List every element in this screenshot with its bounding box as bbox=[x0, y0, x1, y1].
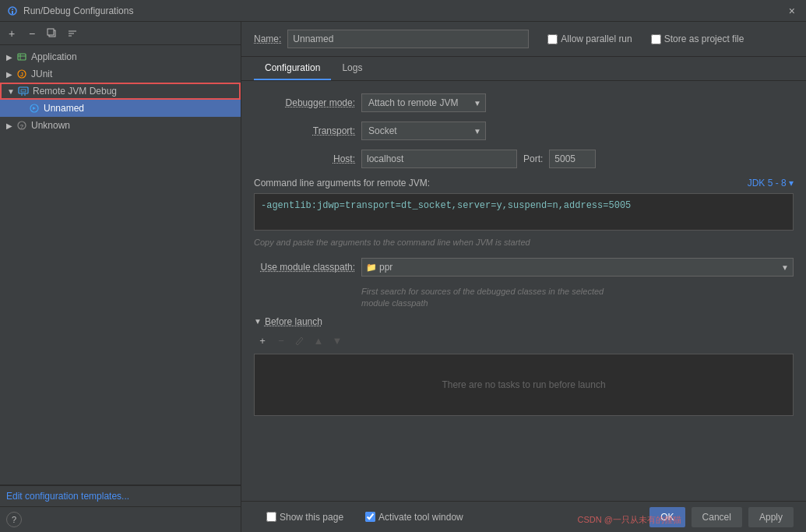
before-launch-section: ▼ Before launch + − ▲ ▼ There are no tas… bbox=[254, 316, 794, 416]
svg-rect-13 bbox=[19, 87, 28, 93]
host-input[interactable] bbox=[361, 150, 517, 168]
show-page-label[interactable]: Show this page bbox=[266, 512, 343, 523]
before-launch-content: There are no tasks to run before launch bbox=[254, 354, 794, 416]
tab-logs[interactable]: Logs bbox=[331, 57, 373, 80]
module-hint: First search for sources of the debugged… bbox=[361, 286, 794, 310]
name-input[interactable] bbox=[287, 30, 529, 48]
debugger-mode-select-wrapper: Attach to remote JVM Listen to remote JV… bbox=[361, 93, 486, 112]
activate-tool-window-checkbox[interactable] bbox=[365, 512, 375, 522]
before-launch-edit[interactable] bbox=[291, 333, 308, 349]
name-row: Name: Allow parallel run Store as projec… bbox=[241, 22, 806, 57]
jdk-link[interactable]: JDK 5 - 8 ▾ bbox=[748, 178, 794, 188]
add-config-button[interactable]: + bbox=[3, 25, 20, 42]
svg-rect-14 bbox=[21, 90, 26, 92]
module-select[interactable]: ppr bbox=[361, 258, 794, 277]
show-page-checkbox[interactable] bbox=[266, 512, 276, 522]
window-icon bbox=[6, 5, 19, 17]
transport-select[interactable]: Socket Shared memory bbox=[361, 122, 486, 140]
module-classpath-row: Use module classpath: 📁 ppr ▼ bbox=[254, 258, 794, 277]
allow-parallel-run-checkbox[interactable] bbox=[547, 34, 558, 44]
before-launch-up[interactable]: ▲ bbox=[310, 333, 327, 349]
cmd-label: Command line arguments for remote JVM: bbox=[254, 178, 430, 188]
host-port-row: Host: Port: bbox=[254, 150, 794, 168]
edit-templates-link[interactable]: Edit configuration templates... bbox=[0, 485, 241, 506]
store-as-project-file-label[interactable]: Store as project file bbox=[651, 33, 744, 44]
svg-point-1 bbox=[12, 9, 13, 10]
cancel-button[interactable]: Cancel bbox=[692, 507, 742, 527]
unnamed-label: Unnamed bbox=[44, 103, 84, 114]
config-icon bbox=[28, 102, 40, 115]
module-select-wrapper: 📁 ppr ▼ bbox=[361, 258, 794, 277]
before-launch-add[interactable]: + bbox=[254, 333, 271, 349]
left-panel: + − ▶ bbox=[0, 22, 241, 532]
before-launch-header: ▼ Before launch bbox=[254, 316, 794, 327]
tabs-bar: Configuration Logs bbox=[241, 57, 806, 81]
cmd-hint: Copy and paste the arguments to the comm… bbox=[254, 238, 794, 247]
junit-icon: J bbox=[16, 68, 28, 80]
before-launch-title: Before launch bbox=[265, 316, 322, 327]
window-title: Run/Debug Configurations bbox=[23, 5, 784, 16]
tree-arrow-unknown: ▶ bbox=[3, 119, 16, 132]
transport-label: Transport: bbox=[254, 125, 355, 136]
main-content: + − ▶ bbox=[0, 22, 806, 532]
port-input[interactable] bbox=[549, 150, 596, 168]
watermark: CSDN @一只从未有的狸猫 bbox=[578, 514, 681, 526]
before-launch-remove[interactable]: − bbox=[273, 333, 290, 349]
transport-select-wrapper: Socket Shared memory ▼ bbox=[361, 122, 486, 140]
tree-item-junit[interactable]: ▶ J JUnit bbox=[0, 65, 241, 83]
tree-arrow-unnamed bbox=[16, 102, 28, 115]
debugger-mode-row: Debugger mode: Attach to remote JVM List… bbox=[254, 93, 794, 112]
activate-tool-window-label[interactable]: Activate tool window bbox=[365, 512, 463, 523]
close-button[interactable]: × bbox=[784, 3, 800, 19]
remote-jvm-debug-label: Remote JVM Debug bbox=[33, 86, 117, 97]
before-launch-down[interactable]: ▼ bbox=[329, 333, 346, 349]
tree-item-unknown[interactable]: ▶ ? Unknown bbox=[0, 117, 241, 134]
copy-config-button[interactable] bbox=[44, 25, 61, 42]
config-toolbar: + − bbox=[0, 22, 241, 45]
cmd-header: Command line arguments for remote JVM: J… bbox=[254, 178, 794, 188]
svg-rect-2 bbox=[12, 11, 13, 14]
help-area: ? bbox=[0, 506, 241, 532]
cmd-section: Command line arguments for remote JVM: J… bbox=[254, 178, 794, 247]
tree-arrow-application: ▶ bbox=[3, 51, 16, 63]
svg-rect-8 bbox=[18, 54, 26, 60]
host-label: Host: bbox=[254, 153, 355, 164]
junit-label: JUnit bbox=[31, 69, 52, 79]
tree-item-application[interactable]: ▶ Application bbox=[0, 48, 241, 65]
unknown-icon: ? bbox=[16, 119, 28, 132]
before-launch-toolbar: + − ▲ ▼ bbox=[254, 333, 794, 349]
title-bar: Run/Debug Configurations × bbox=[0, 0, 806, 22]
module-classpath-label: Use module classpath: bbox=[254, 262, 355, 273]
allow-parallel-run-label[interactable]: Allow parallel run bbox=[547, 33, 632, 44]
remove-config-button[interactable]: − bbox=[23, 25, 40, 42]
name-label: Name: bbox=[254, 33, 281, 44]
debugger-mode-select[interactable]: Attach to remote JVM Listen to remote JV… bbox=[361, 93, 486, 112]
apply-button[interactable]: Apply bbox=[748, 507, 794, 527]
config-content: Debugger mode: Attach to remote JVM List… bbox=[241, 81, 806, 501]
tree-item-remote-jvm-debug[interactable]: ▼ Remote JVM Debug bbox=[0, 83, 241, 100]
tree-arrow-junit: ▶ bbox=[3, 68, 16, 80]
bottom-left: Show this page Activate tool window bbox=[254, 512, 463, 523]
port-label: Port: bbox=[523, 153, 543, 164]
svg-text:J: J bbox=[20, 72, 23, 77]
config-tree: ▶ Application ▶ J bbox=[0, 45, 241, 484]
app-icon bbox=[16, 51, 28, 63]
transport-row: Transport: Socket Shared memory ▼ bbox=[254, 122, 794, 140]
sort-config-button[interactable] bbox=[64, 25, 81, 42]
unknown-label: Unknown bbox=[31, 120, 70, 131]
tree-item-unnamed[interactable]: Unnamed bbox=[0, 100, 241, 117]
remote-icon bbox=[17, 85, 30, 97]
tree-arrow-remote: ▼ bbox=[5, 85, 17, 97]
no-tasks-text: There are no tasks to run before launch bbox=[442, 379, 605, 390]
tab-configuration[interactable]: Configuration bbox=[254, 57, 331, 80]
right-panel: Name: Allow parallel run Store as projec… bbox=[241, 22, 806, 532]
application-label: Application bbox=[31, 51, 77, 62]
svg-rect-4 bbox=[48, 29, 54, 35]
store-as-project-file-checkbox[interactable] bbox=[651, 34, 661, 44]
before-launch-arrow[interactable]: ▼ bbox=[254, 317, 262, 326]
cmd-textarea[interactable]: -agentlib:jdwp=transport=dt_socket,serve… bbox=[254, 193, 794, 231]
bottom-bar: Show this page Activate tool window OK C… bbox=[241, 501, 806, 532]
svg-text:?: ? bbox=[20, 123, 24, 130]
help-button[interactable]: ? bbox=[6, 512, 22, 527]
debugger-mode-label: Debugger mode: bbox=[254, 97, 355, 108]
